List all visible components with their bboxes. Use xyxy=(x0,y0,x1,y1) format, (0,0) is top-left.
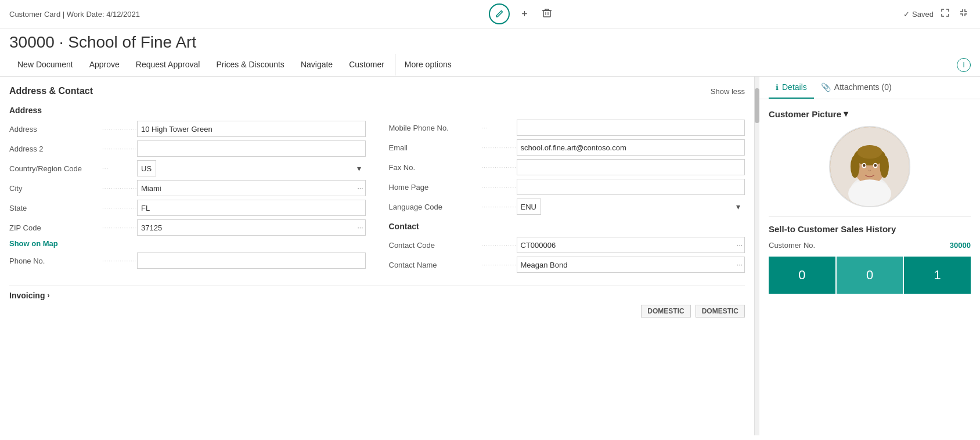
add-button[interactable]: + xyxy=(519,6,530,23)
address-input[interactable] xyxy=(137,121,366,137)
details-icon: ℹ xyxy=(776,83,779,92)
city-input[interactable] xyxy=(137,180,366,196)
zip-lookup-icon[interactable]: ··· xyxy=(357,223,363,232)
contact-name-dots: ··················· xyxy=(482,262,517,268)
phone-dots: ··················· xyxy=(102,258,137,264)
customer-picture-chevron-icon: ▾ xyxy=(844,109,848,119)
sales-tile-1[interactable]: 0 xyxy=(837,257,903,294)
right-tab-details[interactable]: ℹ Details xyxy=(769,77,814,99)
contact-name-wrapper: ··· xyxy=(517,257,745,273)
badge-domestic-2[interactable]: DOMESTIC xyxy=(696,305,745,318)
field-row-mobile: Mobile Phone No. ··· xyxy=(389,120,745,136)
tab-request-approval[interactable]: Request Approval xyxy=(128,54,208,76)
city-input-wrapper: ··· xyxy=(137,180,366,196)
badge-domestic-1[interactable]: DOMESTIC xyxy=(641,305,690,318)
state-input[interactable] xyxy=(137,200,366,216)
phone-label: Phone No. xyxy=(9,257,102,265)
field-row-address: Address ··················· xyxy=(9,121,366,137)
field-row-fax: Fax No. ··················· xyxy=(389,159,745,175)
contact-code-input[interactable] xyxy=(517,237,745,253)
svg-rect-0 xyxy=(543,10,550,17)
scrollbar-thumb[interactable] xyxy=(755,88,759,123)
svg-point-10 xyxy=(858,145,882,158)
edit-button[interactable] xyxy=(489,3,510,24)
address2-dots: ··················· xyxy=(102,146,137,152)
zip-input-wrapper: ··· xyxy=(137,219,366,236)
page-title-bar: 30000 · School of Fine Art xyxy=(0,28,980,54)
customer-picture-header[interactable]: Customer Picture ▾ xyxy=(769,109,971,119)
section-header-address: Address & Contact Show less xyxy=(9,86,745,96)
customer-avatar[interactable] xyxy=(829,126,910,207)
sales-tile-2[interactable]: 1 xyxy=(904,257,971,294)
right-tab-attachments[interactable]: 📎 Attachments (0) xyxy=(814,77,899,99)
right-panel: ℹ Details 📎 Attachments (0) Customer Pic… xyxy=(759,77,980,435)
collapse-button[interactable] xyxy=(957,6,971,23)
customer-no-row: Customer No. 30000 xyxy=(769,241,971,250)
country-label: Country/Region Code xyxy=(9,164,102,173)
scrollbar-track xyxy=(755,77,759,435)
field-row-state: State ··················· xyxy=(9,200,366,216)
email-input[interactable] xyxy=(517,139,745,156)
fax-input[interactable] xyxy=(517,159,745,175)
sales-history-title: Sell-to Customer Sales History xyxy=(769,224,971,234)
field-row-language: Language Code ··················· ENU DE… xyxy=(389,199,745,215)
contact-name-lookup-icon[interactable]: ··· xyxy=(737,261,743,269)
form-columns: Address Address ··················· Addr… xyxy=(9,106,745,276)
fax-label: Fax No. xyxy=(389,163,482,172)
info-button[interactable]: i xyxy=(957,58,971,72)
mobile-input[interactable] xyxy=(517,120,745,136)
main-layout: Address & Contact Show less Address Addr… xyxy=(0,77,980,435)
zip-input[interactable] xyxy=(137,219,366,236)
contact-name-label: Contact Name xyxy=(389,261,482,269)
invoicing-header[interactable]: Invoicing › xyxy=(9,291,745,300)
expand-button[interactable] xyxy=(938,6,952,23)
city-label: City xyxy=(9,184,102,193)
page-title: 30000 · School of Fine Art xyxy=(9,33,971,52)
city-lookup-icon[interactable]: ··· xyxy=(357,184,363,192)
field-row-country: Country/Region Code ··· US GB DE xyxy=(9,160,366,176)
country-dots: ··· xyxy=(102,165,137,172)
show-on-map-link[interactable]: Show on Map xyxy=(9,239,366,248)
tab-customer[interactable]: Customer xyxy=(341,54,392,76)
show-less-button[interactable]: Show less xyxy=(711,87,745,96)
field-row-homepage: Home Page ··················· xyxy=(389,179,745,195)
svg-point-14 xyxy=(874,164,877,167)
state-dots: ··················· xyxy=(102,205,137,211)
mobile-label: Mobile Phone No. xyxy=(389,124,482,132)
sales-tile-0[interactable]: 0 xyxy=(769,257,835,294)
phone-input[interactable] xyxy=(137,253,366,269)
language-select[interactable]: ENU DEU FRA xyxy=(517,199,541,215)
right-panel-content: Customer Picture ▾ xyxy=(759,99,980,303)
tab-new-document[interactable]: New Document xyxy=(9,54,81,76)
tab-more-options[interactable]: More options xyxy=(395,54,460,76)
contact-name-input[interactable] xyxy=(517,257,745,273)
right-panel-tabs: ℹ Details 📎 Attachments (0) xyxy=(759,77,980,99)
field-row-email: Email ··················· xyxy=(389,139,745,156)
language-select-wrapper: ENU DEU FRA xyxy=(517,199,745,215)
field-row-contact-name: Contact Name ··················· ··· xyxy=(389,257,745,273)
customer-no-value[interactable]: 30000 xyxy=(950,241,971,250)
homepage-input[interactable] xyxy=(517,179,745,195)
tab-prices-discounts[interactable]: Prices & Discounts xyxy=(208,54,292,76)
form-col-left: Address Address ··················· Addr… xyxy=(9,106,366,276)
tab-approve[interactable]: Approve xyxy=(81,54,128,76)
toolbar-actions: + xyxy=(489,3,554,24)
top-bar-right: ✓ Saved xyxy=(903,6,971,23)
state-label: State xyxy=(9,204,102,212)
contact-code-dots: ··················· xyxy=(482,242,517,248)
country-select[interactable]: US GB DE xyxy=(137,160,156,176)
delete-button[interactable] xyxy=(539,5,554,23)
form-col-right: Mobile Phone No. ··· Email ·············… xyxy=(389,106,745,276)
address2-input[interactable] xyxy=(137,140,366,157)
invoicing-footer: DOMESTIC DOMESTIC xyxy=(9,305,745,318)
nav-tabs: New Document Approve Request Approval Pr… xyxy=(0,54,980,77)
attachments-icon: 📎 xyxy=(821,82,831,92)
email-dots: ··················· xyxy=(482,145,517,151)
language-dots: ··················· xyxy=(482,204,517,210)
tab-navigate[interactable]: Navigate xyxy=(293,54,341,76)
svg-point-8 xyxy=(851,156,860,178)
contact-code-lookup-icon[interactable]: ··· xyxy=(737,241,743,249)
city-dots: ··················· xyxy=(102,185,137,192)
picture-container xyxy=(769,126,971,207)
invoicing-title: Invoicing xyxy=(9,291,45,300)
